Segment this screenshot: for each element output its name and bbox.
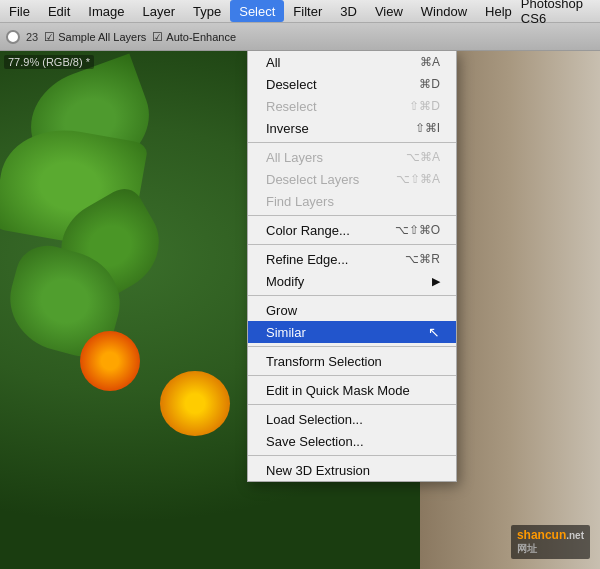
watermark-extra: 网址 bbox=[517, 542, 584, 556]
modify-arrow-icon: ▶ bbox=[432, 275, 440, 288]
cursor-icon: ↖ bbox=[428, 324, 440, 340]
menu-item-reselect[interactable]: Reselect ⇧⌘D bbox=[248, 95, 456, 117]
menu-item-all-layers-label: All Layers bbox=[266, 150, 323, 165]
menu-item-modify[interactable]: Modify ▶ bbox=[248, 270, 456, 292]
menu-item-all-layers[interactable]: All Layers ⌥⌘A bbox=[248, 146, 456, 168]
menu-item-refine-edge-label: Refine Edge... bbox=[266, 252, 348, 267]
flower-1 bbox=[80, 331, 140, 391]
menu-item-deselect[interactable]: Deselect ⌘D bbox=[248, 73, 456, 95]
menu-item-new-3d-extrusion[interactable]: New 3D Extrusion bbox=[248, 459, 456, 481]
menu-item-quick-mask-label: Edit in Quick Mask Mode bbox=[266, 383, 410, 398]
sep6 bbox=[248, 375, 456, 376]
menu-item-transform-selection-label: Transform Selection bbox=[266, 354, 382, 369]
menu-item-all-shortcut: ⌘A bbox=[420, 55, 440, 69]
menu-item-reselect-shortcut: ⇧⌘D bbox=[409, 99, 440, 113]
menu-item-quick-mask[interactable]: Edit in Quick Mask Mode bbox=[248, 379, 456, 401]
menu-item-load-selection-label: Load Selection... bbox=[266, 412, 363, 427]
menu-type[interactable]: Type bbox=[184, 0, 230, 22]
sep7 bbox=[248, 404, 456, 405]
sep5 bbox=[248, 346, 456, 347]
menu-item-grow[interactable]: Grow bbox=[248, 299, 456, 321]
menu-window[interactable]: Window bbox=[412, 0, 476, 22]
menu-item-new-3d-extrusion-label: New 3D Extrusion bbox=[266, 463, 370, 478]
menu-filter[interactable]: Filter bbox=[284, 0, 331, 22]
menu-item-grow-label: Grow bbox=[266, 303, 297, 318]
menu-item-similar-label: Similar bbox=[266, 325, 306, 340]
menu-edit[interactable]: Edit bbox=[39, 0, 79, 22]
menu-image[interactable]: Image bbox=[79, 0, 133, 22]
sep2 bbox=[248, 215, 456, 216]
menu-3d[interactable]: 3D bbox=[331, 0, 366, 22]
sep1 bbox=[248, 142, 456, 143]
menu-file[interactable]: File bbox=[0, 0, 39, 22]
tool-icon bbox=[6, 30, 20, 44]
sep8 bbox=[248, 455, 456, 456]
menu-item-modify-label: Modify bbox=[266, 274, 304, 289]
menu-item-color-range-label: Color Range... bbox=[266, 223, 350, 238]
menu-item-inverse-shortcut: ⇧⌘I bbox=[415, 121, 440, 135]
watermark-text: shancun bbox=[517, 528, 566, 542]
auto-enhance-check[interactable]: ☑ Auto-Enhance bbox=[152, 30, 236, 44]
menu-item-find-layers-label: Find Layers bbox=[266, 194, 334, 209]
menu-item-find-layers[interactable]: Find Layers bbox=[248, 190, 456, 212]
sample-all-layers-check[interactable]: ☑ Sample All Layers bbox=[44, 30, 146, 44]
main-area: 77.9% (RGB/8) * shancun.net 网址 All ⌘A De… bbox=[0, 51, 600, 569]
menu-item-all-label: All bbox=[266, 55, 280, 70]
menu-layer[interactable]: Layer bbox=[134, 0, 185, 22]
menu-item-save-selection-label: Save Selection... bbox=[266, 434, 364, 449]
sep4 bbox=[248, 295, 456, 296]
menu-item-deselect-layers-shortcut: ⌥⇧⌘A bbox=[396, 172, 440, 186]
menu-item-similar[interactable]: Similar ↖ bbox=[248, 321, 456, 343]
watermark-sub: .net bbox=[566, 530, 584, 541]
sep3 bbox=[248, 244, 456, 245]
menu-item-inverse-label: Inverse bbox=[266, 121, 309, 136]
watermark: shancun.net 网址 bbox=[511, 525, 590, 559]
menu-item-transform-selection[interactable]: Transform Selection bbox=[248, 350, 456, 372]
menu-item-refine-edge-shortcut: ⌥⌘R bbox=[405, 252, 440, 266]
menu-item-deselect-layers-label: Deselect Layers bbox=[266, 172, 359, 187]
menu-item-deselect-layers[interactable]: Deselect Layers ⌥⇧⌘A bbox=[248, 168, 456, 190]
menu-item-save-selection[interactable]: Save Selection... bbox=[248, 430, 456, 452]
menu-item-load-selection[interactable]: Load Selection... bbox=[248, 408, 456, 430]
zoom-label: 23 bbox=[26, 31, 38, 43]
menu-item-all[interactable]: All ⌘A bbox=[248, 51, 456, 73]
menu-item-reselect-label: Reselect bbox=[266, 99, 317, 114]
menu-item-color-range-shortcut: ⌥⇧⌘O bbox=[395, 223, 440, 237]
menu-item-deselect-shortcut: ⌘D bbox=[419, 77, 440, 91]
app-title: Photoshop CS6 bbox=[521, 0, 600, 26]
menu-item-color-range[interactable]: Color Range... ⌥⇧⌘O bbox=[248, 219, 456, 241]
menu-item-refine-edge[interactable]: Refine Edge... ⌥⌘R bbox=[248, 248, 456, 270]
menubar: File Edit Image Layer Type Select Filter… bbox=[0, 0, 600, 23]
menu-view[interactable]: View bbox=[366, 0, 412, 22]
menu-help[interactable]: Help bbox=[476, 0, 521, 22]
menu-item-all-layers-shortcut: ⌥⌘A bbox=[406, 150, 440, 164]
menu-select[interactable]: Select bbox=[230, 0, 284, 22]
menu-item-deselect-label: Deselect bbox=[266, 77, 317, 92]
toolbar: 23 ☑ Sample All Layers ☑ Auto-Enhance bbox=[0, 23, 600, 51]
canvas-zoom-label: 77.9% (RGB/8) * bbox=[4, 55, 94, 69]
flower-2 bbox=[160, 371, 230, 436]
menu-item-inverse[interactable]: Inverse ⇧⌘I bbox=[248, 117, 456, 139]
select-menu: All ⌘A Deselect ⌘D Reselect ⇧⌘D Inverse … bbox=[247, 51, 457, 482]
